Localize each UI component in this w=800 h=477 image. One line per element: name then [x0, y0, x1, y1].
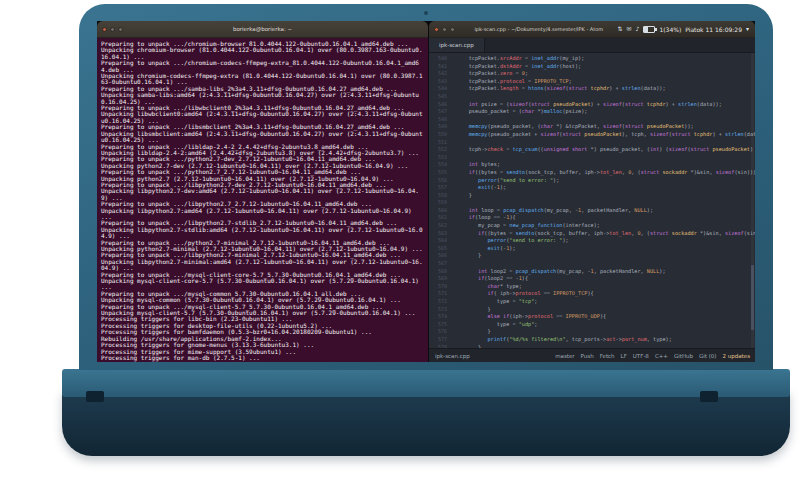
status-line-ending[interactable]: LF: [621, 353, 627, 359]
minimize-button[interactable]: [442, 27, 447, 32]
tab-bar: ipk-scan.cpp: [429, 38, 755, 53]
terminal-body[interactable]: Preparing to unpack .../chromium-browser…: [97, 38, 428, 362]
laptop-keyboard-deck: [62, 369, 790, 397]
status-encoding[interactable]: UTF-8: [633, 353, 649, 359]
git-fetch-button[interactable]: Fetch: [600, 353, 615, 359]
laptop-screen: borierka@borierka: ~ Preparing to unpack…: [97, 21, 755, 362]
volume-icon[interactable]: ♪: [636, 26, 640, 32]
laptop-base: [62, 390, 790, 456]
code-lines[interactable]: tcpPacket.srcAddr = inet_addr(my_ip); tc…: [450, 53, 755, 348]
github-panel-button[interactable]: GitHub: [674, 353, 693, 359]
close-button[interactable]: [434, 27, 439, 32]
network-icon[interactable]: ⇅: [618, 26, 623, 32]
git-push-button[interactable]: Push: [581, 353, 594, 359]
tab-label: ipk-scan.cpp: [439, 42, 474, 48]
maximize-button[interactable]: [450, 27, 455, 32]
mail-icon[interactable]: ✉: [627, 26, 632, 32]
editor-scrollbar[interactable]: [751, 53, 754, 348]
laptop-foot-right: [700, 391, 718, 402]
status-bar: ipk-scan.cpp master Push Fetch LF UTF-8 …: [429, 348, 755, 362]
git-panel-button[interactable]: Git (0): [699, 353, 717, 359]
battery-icon[interactable]: [643, 26, 655, 33]
status-file[interactable]: ipk-scan.cpp: [435, 353, 470, 359]
atom-window-buttons: [429, 27, 460, 32]
terminal-window-buttons: [97, 27, 128, 32]
clock[interactable]: Piatok 11 16:09:29: [685, 26, 742, 33]
editor[interactable]: 5405415425435445455465475485495505515525…: [429, 53, 755, 348]
terminal-window: borierka@borierka: ~ Preparing to unpack…: [97, 21, 428, 362]
close-button[interactable]: [102, 27, 107, 32]
terminal-output: Preparing to unpack .../chromium-browser…: [97, 38, 428, 362]
git-branch[interactable]: master: [555, 353, 574, 359]
laptop: borierka@borierka: ~ Preparing to unpack…: [0, 0, 800, 477]
laptop-lid: borierka@borierka: ~ Preparing to unpack…: [79, 4, 773, 370]
tab-ipk-scan[interactable]: ipk-scan.cpp: [429, 38, 485, 52]
maximize-button[interactable]: [118, 27, 123, 32]
webcam-icon: [424, 11, 428, 15]
scrollbar-thumb[interactable]: [751, 265, 754, 330]
session-menu-icon[interactable]: ▾: [746, 26, 749, 32]
line-numbers: 5405415425435445455465475485495505515525…: [429, 53, 450, 348]
atom-window: ipk-scan.cpp - ~/Dokumenty/4.semester/IP…: [429, 21, 755, 362]
atom-titlebar[interactable]: ipk-scan.cpp - ~/Dokumenty/4.semester/IP…: [429, 21, 755, 38]
terminal-titlebar[interactable]: borierka@borierka: ~: [97, 21, 428, 38]
atom-window-title: ipk-scan.cpp - ~/Dokumenty/4.semester/IP…: [460, 26, 618, 32]
minimize-button[interactable]: [110, 27, 115, 32]
updates-badge[interactable]: 2 updates: [723, 353, 751, 359]
terminal-title: borierka@borierka: ~: [128, 26, 397, 32]
laptop-foot-left: [86, 391, 104, 402]
battery-label[interactable]: 1(34%): [659, 26, 681, 33]
status-grammar[interactable]: C++: [655, 353, 668, 359]
system-tray: ⇅ ✉ ♪ 1(34%) Piatok 11 16:09:29 ▾: [618, 26, 756, 33]
